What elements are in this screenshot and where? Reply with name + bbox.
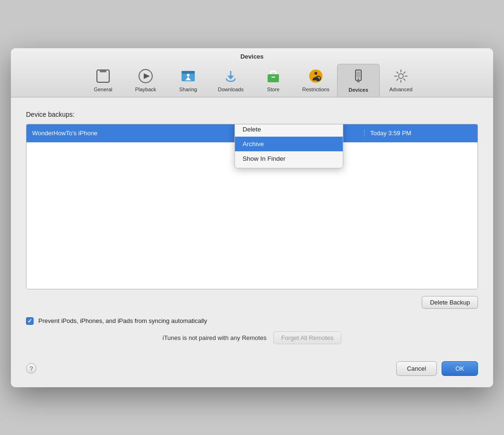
- svg-marker-3: [144, 73, 150, 79]
- svg-rect-5: [182, 71, 195, 74]
- forget-remotes-button[interactable]: Forget All Remotes: [273, 331, 342, 344]
- svg-rect-10: [268, 74, 279, 82]
- advanced-icon: [392, 68, 409, 85]
- svg-point-18: [358, 78, 359, 79]
- prevent-sync-row: ✓ Prevent iPods, iPhones, and iPads from…: [26, 317, 478, 325]
- backup-row[interactable]: WonderHowTo's iPhone Today 3:59 PM Delet…: [26, 124, 478, 142]
- svg-point-7: [187, 74, 190, 77]
- tab-downloads-label: Downloads: [218, 87, 243, 92]
- svg-rect-19: [357, 81, 360, 82]
- sharing-icon: [180, 68, 197, 85]
- delete-backup-button[interactable]: Delete Backup: [422, 296, 478, 309]
- menu-item-delete[interactable]: Delete: [235, 124, 343, 137]
- cancel-button[interactable]: Cancel: [396, 361, 437, 376]
- svg-point-12: [309, 70, 322, 83]
- tab-general-label: General: [94, 87, 112, 92]
- general-icon: [95, 68, 112, 85]
- tab-playback[interactable]: Playback: [124, 64, 167, 97]
- tab-store[interactable]: Store: [252, 64, 295, 97]
- tab-devices-label: Devices: [348, 87, 368, 93]
- tab-sharing-label: Sharing: [179, 87, 197, 92]
- checkbox-check-mark: ✓: [27, 318, 32, 324]
- footer: ? Cancel OK: [26, 357, 478, 376]
- tab-restrictions[interactable]: Restrictions: [295, 64, 337, 97]
- backups-table: WonderHowTo's iPhone Today 3:59 PM Delet…: [26, 124, 478, 289]
- footer-buttons: Cancel OK: [396, 361, 478, 376]
- remotes-row: iTunes is not paired with any Remotes Fo…: [26, 331, 478, 344]
- tab-playback-label: Playback: [135, 87, 156, 92]
- tab-sharing[interactable]: Sharing: [167, 64, 209, 97]
- window-title: Devices: [11, 53, 493, 60]
- svg-rect-17: [356, 71, 360, 78]
- restrictions-icon: [307, 68, 324, 85]
- tab-advanced[interactable]: Advanced: [380, 64, 422, 97]
- tab-general[interactable]: General: [82, 64, 124, 97]
- toolbar: General Playback: [11, 64, 493, 97]
- tab-advanced-label: Advanced: [390, 87, 413, 92]
- playback-icon: [137, 68, 154, 85]
- help-button[interactable]: ?: [26, 363, 36, 374]
- prevent-sync-checkbox[interactable]: ✓: [26, 317, 34, 325]
- tab-downloads[interactable]: Downloads: [209, 64, 252, 97]
- tab-restrictions-label: Restrictions: [302, 87, 329, 92]
- context-menu: Delete Archive Show In Finder: [235, 124, 343, 168]
- svg-rect-11: [271, 77, 275, 78]
- remotes-label: iTunes is not paired with any Remotes: [163, 334, 267, 341]
- content-area: Device backups: WonderHowTo's iPhone Tod…: [11, 97, 493, 387]
- prevent-sync-label: Prevent iPods, iPhones, and iPads from s…: [38, 317, 207, 324]
- ok-button[interactable]: OK: [442, 361, 478, 376]
- menu-item-show-in-finder[interactable]: Show In Finder: [235, 151, 343, 166]
- backup-date: Today 3:59 PM: [364, 130, 478, 137]
- bottom-row: Delete Backup: [26, 296, 478, 309]
- svg-marker-9: [227, 76, 234, 79]
- tab-store-label: Store: [267, 87, 279, 92]
- devices-icon: [350, 68, 367, 85]
- downloads-icon: [222, 68, 239, 85]
- store-icon: [265, 68, 282, 85]
- svg-point-20: [399, 74, 403, 78]
- svg-rect-1: [100, 70, 106, 72]
- tab-devices[interactable]: Devices: [337, 64, 380, 97]
- menu-item-archive[interactable]: Archive: [235, 137, 343, 151]
- section-title: Device backups:: [26, 111, 478, 118]
- title-bar: Devices General: [11, 48, 493, 97]
- svg-point-13: [314, 72, 317, 75]
- main-window: Devices General: [11, 48, 493, 387]
